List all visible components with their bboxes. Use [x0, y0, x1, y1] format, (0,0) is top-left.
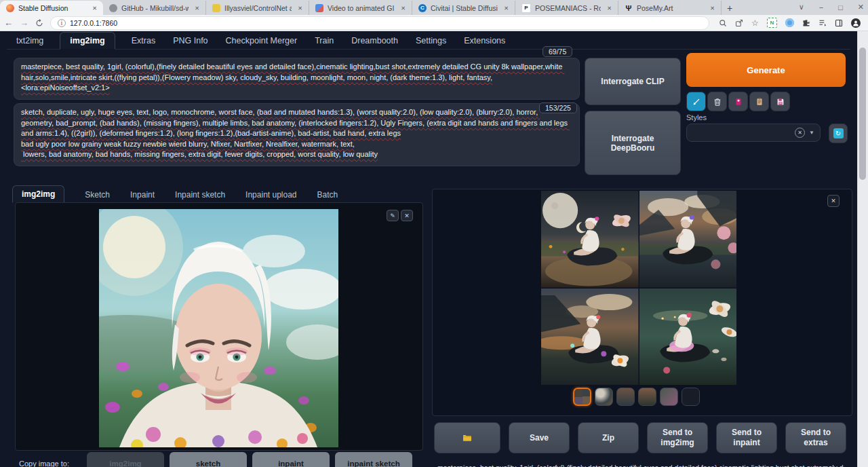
browser-tab-strip: Stable Diffusion ✕ GitHub - Mikubill/sd-… — [0, 0, 868, 15]
folder-icon — [462, 432, 473, 443]
thumbnail-3[interactable] — [616, 388, 635, 406]
send-to-inpaint-button[interactable]: Send to inpaint — [716, 422, 777, 453]
copy-to-inpaint-button[interactable]: inpaint — [252, 452, 330, 467]
close-button[interactable]: ✕ — [858, 3, 864, 12]
tab-close-icon[interactable]: ✕ — [605, 4, 614, 12]
mode-tab-batch[interactable]: Batch — [317, 187, 338, 203]
controlnet-favicon — [212, 4, 220, 12]
tab-label: GitHub - Mikubill/sd-webui-co — [121, 4, 189, 12]
source-image-dropzone[interactable]: ✎ ✕ — [15, 202, 423, 451]
tab-close-icon[interactable]: ✕ — [193, 4, 201, 12]
tab-checkpoint-merger[interactable]: Checkpoint Merger — [224, 33, 299, 49]
mode-tab-img2img[interactable]: img2img — [12, 185, 64, 203]
tab-label: PoseMy.Art — [637, 4, 704, 12]
mode-tab-sketch[interactable]: Sketch — [85, 187, 110, 203]
mode-tab-inpaint-upload[interactable]: Inpaint upload — [245, 187, 296, 203]
scrollbar-thumb[interactable] — [859, 48, 866, 180]
tab-txt2img[interactable]: txt2img — [15, 33, 45, 49]
new-tab-button[interactable]: + — [722, 1, 738, 15]
save-button[interactable]: Save — [509, 422, 570, 453]
maximize-button[interactable]: □ — [838, 3, 843, 12]
gallery-image-3[interactable] — [541, 288, 639, 386]
tab-png-info[interactable]: PNG Info — [172, 33, 209, 49]
styles-refresh-button[interactable]: ↻ — [829, 124, 848, 143]
extension-blue-icon[interactable] — [785, 18, 794, 27]
tab-img2img[interactable]: img2img — [60, 32, 115, 50]
site-info-icon[interactable]: i — [58, 19, 66, 27]
browser-tab-gif-converter[interactable]: Video to animated GIF converter ✕ — [309, 1, 412, 15]
negative-prompt-input[interactable]: sketch, duplicate, ugly, huge eyes, text… — [14, 103, 580, 166]
minimize-button[interactable]: − — [819, 3, 823, 12]
edit-image-pencil-icon[interactable]: ✎ — [387, 210, 399, 221]
browser-toolbar: ← → i 127.0.0.1:7860 ☆ N — [0, 15, 868, 31]
thumbnail-grid-selected[interactable] — [573, 388, 591, 406]
reload-icon[interactable] — [35, 19, 43, 27]
thumbnail-6[interactable] — [682, 388, 700, 406]
gallery-image-1[interactable] — [541, 191, 639, 288]
extensions-puzzle-icon[interactable] — [802, 19, 810, 27]
mode-tab-inpaint-sketch[interactable]: Inpaint sketch — [175, 187, 225, 203]
browser-tab-controlnet[interactable]: Illyasviel/ControlNet at main ✕ — [206, 1, 309, 15]
tab-close-icon[interactable]: ✕ — [708, 4, 717, 12]
sidebar-icon[interactable] — [835, 19, 843, 27]
tab-settings[interactable]: Settings — [414, 33, 448, 49]
copy-image-to-row: Copy image to: img2img sketch inpaint in… — [19, 452, 415, 467]
save-style-floppy-icon[interactable] — [770, 92, 790, 111]
tab-label: Video to animated GIF converter — [328, 4, 395, 12]
extension-n-icon[interactable]: N — [767, 18, 777, 28]
civitai-favicon: C — [418, 4, 427, 12]
browser-tab-github[interactable]: GitHub - Mikubill/sd-webui-co ✕ — [103, 1, 206, 15]
posemyart-favicon: Ψ — [625, 4, 633, 12]
zip-button[interactable]: Zip — [578, 422, 639, 453]
extra-networks-icon[interactable] — [728, 92, 748, 111]
browser-scrollbar[interactable] — [857, 31, 868, 467]
address-bar[interactable]: i 127.0.0.1:7860 — [50, 16, 709, 30]
gallery-close-icon[interactable]: ✕ — [827, 195, 840, 207]
tab-close-icon[interactable]: ✕ — [502, 4, 511, 12]
clear-prompt-trash-icon[interactable] — [707, 92, 727, 111]
thumbnail-4[interactable] — [638, 388, 656, 406]
forward-icon[interactable]: → — [20, 18, 28, 27]
bookmark-star-icon[interactable]: ☆ — [751, 18, 759, 28]
interrogate-clip-button[interactable]: Interrogate CLIP — [585, 58, 681, 105]
paste-params-icon[interactable] — [686, 92, 706, 111]
thumbnail-5[interactable] — [660, 388, 678, 406]
tab-list-icon[interactable] — [818, 19, 827, 27]
tab-extras[interactable]: Extras — [130, 33, 157, 49]
styles-label: Styles — [686, 113, 707, 122]
prompt-input[interactable]: masterpiece, best quality, 1girl, (color… — [14, 58, 580, 100]
generate-button[interactable]: Generate — [686, 53, 846, 87]
styles-clear-icon[interactable]: ✕ — [795, 128, 805, 138]
open-folder-button[interactable] — [434, 422, 500, 453]
tab-close-icon[interactable]: ✕ — [296, 4, 304, 12]
browser-tab-stable-diffusion[interactable]: Stable Diffusion ✕ — [0, 1, 103, 15]
interrogate-deepbooru-button[interactable]: Interrogate DeepBooru — [585, 111, 681, 175]
tab-close-icon[interactable]: ✕ — [399, 4, 408, 12]
copy-to-sketch-button[interactable]: sketch — [170, 452, 247, 467]
profile-avatar[interactable] — [851, 18, 861, 28]
tab-dreambooth[interactable]: Dreambooth — [350, 33, 399, 49]
thumbnail-2[interactable] — [595, 388, 613, 406]
share-icon[interactable] — [735, 19, 743, 27]
tab-close-icon[interactable]: ✕ — [90, 4, 99, 12]
mode-tab-inpaint[interactable]: Inpaint — [130, 187, 155, 203]
gallery-image-2[interactable] — [639, 191, 737, 288]
result-gallery: ✕ — [432, 189, 852, 416]
zoom-icon[interactable] — [719, 19, 727, 27]
remove-image-icon[interactable]: ✕ — [401, 210, 413, 221]
copy-to-inpaint-sketch-button[interactable]: inpaint sketch — [335, 452, 412, 467]
sd-webui-page: txt2img img2img Extras PNG Info Checkpoi… — [0, 31, 857, 467]
browser-tab-posemyart[interactable]: Ψ PoseMy.Art ✕ — [618, 1, 722, 15]
profile-chevron-icon[interactable]: ∨ — [799, 3, 804, 12]
apply-styles-clipboard-icon[interactable] — [749, 92, 769, 111]
browser-tab-civitai[interactable]: C Civitai | Stable Diffusion model ✕ — [412, 1, 515, 15]
send-to-img2img-button[interactable]: Send to img2img — [647, 422, 708, 453]
window-controls: ∨ − □ ✕ — [799, 0, 864, 14]
tab-train[interactable]: Train — [313, 33, 335, 49]
styles-dropdown[interactable]: ✕ ▼ — [686, 124, 821, 142]
send-to-extras-button[interactable]: Send to extras — [785, 422, 846, 453]
browser-tab-posemaniacs[interactable]: P POSEMANIACS - Royalty free 3 ✕ — [515, 1, 618, 15]
gallery-image-4[interactable] — [639, 288, 737, 386]
tab-extensions[interactable]: Extensions — [462, 33, 507, 49]
back-icon[interactable]: ← — [4, 18, 13, 27]
